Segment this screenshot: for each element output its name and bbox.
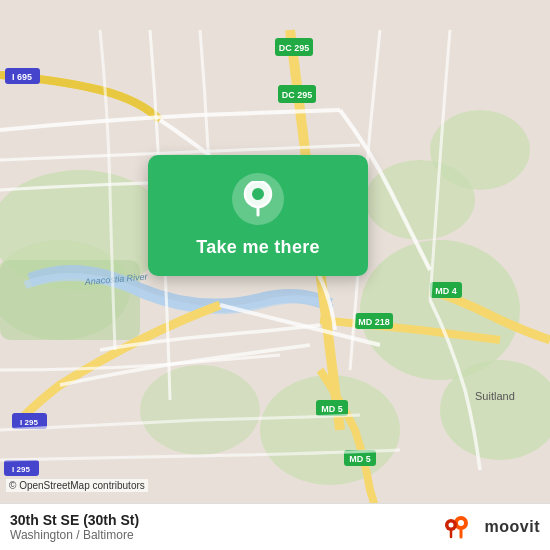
moovit-logo-icon xyxy=(433,513,481,541)
svg-text:MD 5: MD 5 xyxy=(349,454,371,464)
svg-text:I 695: I 695 xyxy=(12,72,32,82)
osm-credit-text: © OpenStreetMap contributors xyxy=(9,480,145,491)
svg-text:MD 5: MD 5 xyxy=(321,404,343,414)
location-name: 30th St SE (30th St) xyxy=(10,512,139,528)
svg-point-34 xyxy=(458,520,464,526)
take-me-there-button[interactable]: Take me there xyxy=(196,237,320,258)
moovit-text: moovit xyxy=(485,518,540,536)
bottom-bar: 30th St SE (30th St) Washington / Baltim… xyxy=(0,503,550,550)
svg-point-7 xyxy=(140,365,260,455)
moovit-logo: moovit xyxy=(433,513,540,541)
svg-text:DC 295: DC 295 xyxy=(279,43,310,53)
svg-point-31 xyxy=(252,188,264,200)
svg-text:I 295: I 295 xyxy=(20,418,38,427)
svg-text:Suitland: Suitland xyxy=(475,390,515,402)
svg-text:I 295: I 295 xyxy=(12,465,30,474)
svg-point-9 xyxy=(430,110,530,190)
location-sub: Washington / Baltimore xyxy=(10,528,139,542)
svg-point-36 xyxy=(448,523,453,528)
bottom-bar-left: 30th St SE (30th St) Washington / Baltim… xyxy=(10,512,139,542)
svg-text:MD 4: MD 4 xyxy=(435,286,457,296)
svg-point-4 xyxy=(360,240,520,380)
location-pin-icon xyxy=(243,181,273,217)
svg-text:DC 295: DC 295 xyxy=(282,90,313,100)
svg-text:MD 218: MD 218 xyxy=(358,317,390,327)
pin-icon-wrap xyxy=(232,173,284,225)
osm-credit: © OpenStreetMap contributors xyxy=(6,479,148,492)
map-container: Anacostia River I 695 DC 295 DC 295 I 29… xyxy=(0,0,550,550)
take-me-card: Take me there xyxy=(148,155,368,276)
